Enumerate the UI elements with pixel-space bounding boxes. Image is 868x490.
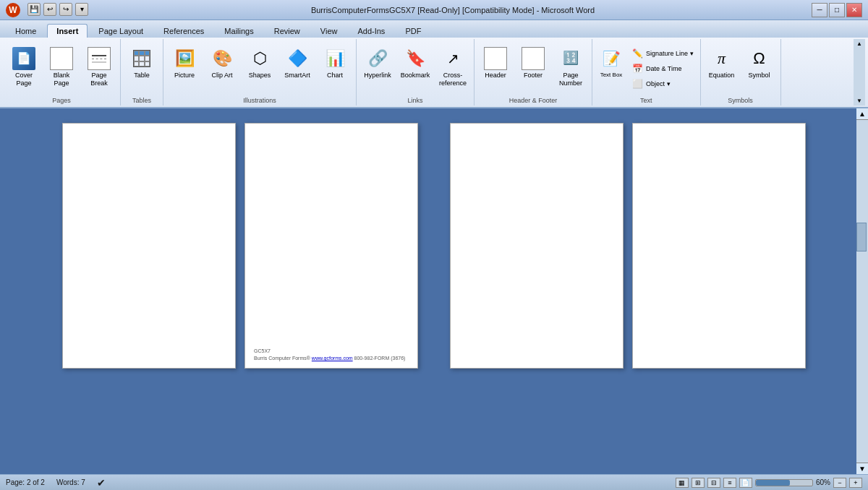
symbol-button[interactable]: Ω Symbol <box>741 43 778 82</box>
hyperlink-button[interactable]: 🔗 Hyperlink <box>359 43 396 82</box>
object-icon: ⬜ <box>632 79 643 89</box>
page-3 <box>450 123 624 369</box>
header-footer-buttons: Header Footer 🔢 Page Number <box>477 40 589 95</box>
cover-page-button[interactable]: 📄 Cover Page <box>6 43 42 90</box>
window-title: BurrisComputerFormsGC5X7 [Read-Only] [Co… <box>94 6 812 14</box>
draft-button[interactable]: 📄 <box>739 478 752 488</box>
page-2: GC5X7 Burris Computer Forms® www.gcforms… <box>244 123 418 369</box>
page-2-footer: GC5X7 Burris Computer Forms® www.gcforms… <box>254 348 405 362</box>
picture-button[interactable]: 🖼️ Picture <box>166 43 203 82</box>
ribbon-group-text: 📝 Text Box ✏️ Signature Line ▾ 📅 Date & … <box>592 39 701 106</box>
ribbon-tabs: Home Insert Page Layout References Maili… <box>0 20 868 38</box>
header-icon <box>484 47 507 70</box>
header-footer-group-label: Header & Footer <box>509 95 558 104</box>
page-number-button[interactable]: 🔢 Page Number <box>553 43 589 90</box>
tab-home[interactable]: Home <box>6 24 46 38</box>
tab-review[interactable]: Review <box>265 24 310 38</box>
scroll-down-button[interactable]: ▼ <box>856 463 868 474</box>
hyperlink-icon: 🔗 <box>366 47 389 70</box>
zoom-out-button[interactable]: − <box>833 478 846 488</box>
pages-buttons: 📄 Cover Page Blank Page Page Break <box>6 40 117 95</box>
tab-insert[interactable]: Insert <box>47 24 88 38</box>
shapes-button[interactable]: ⬡ Shapes <box>242 43 278 82</box>
scroll-thumb[interactable] <box>856 223 867 252</box>
tab-page-layout[interactable]: Page Layout <box>89 24 153 38</box>
page-1 <box>62 123 236 369</box>
scroll-track[interactable] <box>856 120 868 463</box>
object-button[interactable]: ⬜ Object ▾ <box>629 77 697 91</box>
symbols-buttons: π Equation Ω Symbol <box>704 40 778 95</box>
track-changes-indicator: ✔ <box>97 477 106 489</box>
minimize-button[interactable]: ─ <box>812 3 827 17</box>
blank-page-icon <box>50 47 73 70</box>
web-layout-button[interactable]: ⊟ <box>707 478 720 488</box>
ribbon-group-links: 🔗 Hyperlink 🔖 Bookmark ↗ Cross-reference… <box>357 39 475 106</box>
footer-link[interactable]: www.gcforms.com <box>312 356 353 361</box>
links-buttons: 🔗 Hyperlink 🔖 Bookmark ↗ Cross-reference <box>359 40 471 95</box>
clip-art-button[interactable]: 🎨 Clip Art <box>204 43 240 82</box>
document-area: GC5X7 Burris Computer Forms® www.gcforms… <box>0 108 868 474</box>
window-controls[interactable]: ─ □ ✕ <box>812 3 862 17</box>
smartart-button[interactable]: 🔷 SmartArt <box>279 43 315 82</box>
customize-button[interactable]: ▾ <box>75 3 88 16</box>
clip-art-icon: 🎨 <box>210 47 234 70</box>
equation-button[interactable]: π Equation <box>704 43 740 82</box>
header-button[interactable]: Header <box>477 43 514 82</box>
page-indicator: Page: 2 of 2 <box>6 478 45 486</box>
save-button[interactable]: 💾 <box>27 3 41 16</box>
page-break-button[interactable]: Page Break <box>81 43 117 90</box>
text-buttons: 📝 Text Box ✏️ Signature Line ▾ 📅 Date & … <box>595 40 697 95</box>
links-group-label: Links <box>407 95 422 104</box>
restore-button[interactable]: □ <box>829 3 845 17</box>
close-button[interactable]: ✕ <box>846 3 862 17</box>
tab-pdf[interactable]: PDF <box>396 24 430 38</box>
table-button[interactable]: Table <box>124 43 160 82</box>
text-group-label: Text <box>640 95 652 104</box>
undo-button[interactable]: ↩ <box>43 3 56 16</box>
word-count: Words: 7 <box>56 478 85 486</box>
text-box-button[interactable]: 📝 Text Box <box>595 43 627 91</box>
scroll-up-button[interactable]: ▲ <box>856 108 868 120</box>
full-screen-button[interactable]: ⊞ <box>692 478 705 488</box>
symbol-icon: Ω <box>748 47 771 70</box>
illustrations-group-label: Illustrations <box>243 95 276 104</box>
blank-page-button[interactable]: Blank Page <box>43 43 80 90</box>
tab-view[interactable]: View <box>311 24 347 38</box>
chart-button[interactable]: 📊 Chart <box>317 43 353 82</box>
footer-icon <box>522 47 545 70</box>
table-icon <box>130 47 153 70</box>
ribbon-group-symbols: π Equation Ω Symbol Symbols <box>701 39 781 106</box>
date-time-icon: 📅 <box>632 64 643 74</box>
cross-reference-icon: ↗ <box>441 47 464 70</box>
outline-button[interactable]: ≡ <box>723 478 736 488</box>
page-number-icon: 🔢 <box>559 47 582 70</box>
footer-button[interactable]: Footer <box>515 43 551 82</box>
illustrations-buttons: 🖼️ Picture 🎨 Clip Art ⬡ Shapes 🔷 SmartAr… <box>166 40 353 95</box>
quick-access-toolbar[interactable]: W 💾 ↩ ↪ ▾ <box>6 3 88 17</box>
zoom-slider[interactable] <box>755 479 813 486</box>
status-bar: Page: 2 of 2 Words: 7 ✔ ▦ ⊞ ⊟ ≡ 📄 60% − … <box>0 474 868 490</box>
ribbon-group-pages: 📄 Cover Page Blank Page Page Break Pages <box>3 39 121 106</box>
bookmark-button[interactable]: 🔖 Bookmark <box>397 43 433 82</box>
symbols-group-label: Symbols <box>728 95 753 104</box>
tables-group-label: Tables <box>132 95 151 104</box>
zoom-in-button[interactable]: + <box>849 478 862 488</box>
signature-icon: ✏️ <box>632 48 643 59</box>
zoom-level: 60% <box>816 478 830 486</box>
bookmark-icon: 🔖 <box>404 47 427 70</box>
signature-line-button[interactable]: ✏️ Signature Line ▾ <box>629 46 697 61</box>
print-layout-button[interactable]: ▦ <box>676 478 689 488</box>
ribbon-scrollbar[interactable]: ▲ ▼ <box>854 39 865 106</box>
page-break-icon <box>88 47 111 70</box>
cross-reference-button[interactable]: ↗ Cross-reference <box>435 43 471 90</box>
footer-line1: GC5X7 <box>254 348 405 355</box>
tab-mailings[interactable]: Mailings <box>215 24 263 38</box>
ribbon: 📄 Cover Page Blank Page Page Break Pages <box>0 38 868 108</box>
chart-icon: 📊 <box>323 47 346 70</box>
tab-addins[interactable]: Add-Ins <box>348 24 394 38</box>
ribbon-group-tables: Table Tables <box>121 39 163 106</box>
date-time-button[interactable]: 📅 Date & Time <box>629 61 697 76</box>
tab-references[interactable]: References <box>154 24 213 38</box>
vertical-scrollbar[interactable]: ▲ ▼ <box>856 108 868 474</box>
redo-button[interactable]: ↪ <box>59 3 72 16</box>
